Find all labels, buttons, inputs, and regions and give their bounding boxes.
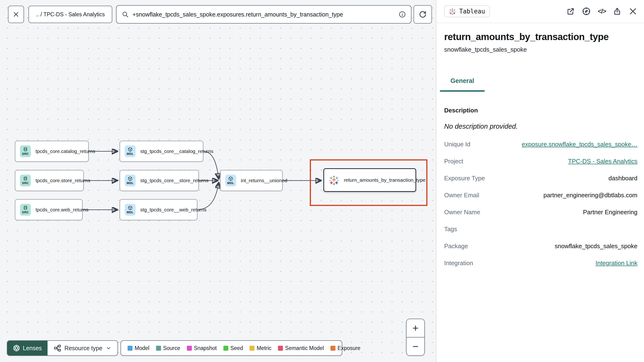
field-row-tags: Tags	[444, 226, 638, 233]
panel-header: Tableau </>	[436, 0, 644, 23]
node-source-catalog-returns[interactable]: SRC tpcds_core.catalog_returns	[15, 141, 89, 162]
share-icon[interactable]	[613, 7, 622, 16]
refresh-button[interactable]	[414, 5, 432, 24]
node-label: stg_tpcds_core__store_returns	[140, 178, 208, 183]
explore-compass-icon[interactable]	[582, 7, 591, 16]
package-subtitle: snowflake_tpcds_sales_spoke	[444, 46, 638, 53]
source-color-swatch	[156, 346, 161, 351]
database-icon	[23, 176, 28, 181]
details-panel: Tableau </> return_amounts_by_transact	[436, 0, 644, 362]
node-label: tpcds_core.store_returns	[36, 178, 90, 183]
close-lineage-button[interactable]	[8, 6, 24, 23]
integration-link[interactable]: Integration Link	[596, 259, 638, 267]
legend-item-snapshot: Snapshot	[187, 345, 217, 351]
close-panel-icon[interactable]	[628, 7, 638, 16]
semantic-model-color-swatch	[278, 346, 283, 351]
node-model-stg-web-returns[interactable]: MDL stg_tpcds_core__web_returns	[120, 199, 198, 220]
node-source-store-returns[interactable]: SRC tpcds_core.store_returns	[15, 170, 84, 191]
lineage-canvas[interactable]: SRC tpcds_core.catalog_returns SRC tpcds…	[0, 0, 436, 362]
legend-item-source: Source	[156, 345, 180, 351]
lenses-button[interactable]: Lenses	[7, 341, 48, 355]
resource-legend: Model Source Snapshot Seed Metric Semant…	[120, 340, 342, 356]
seed-color-swatch	[224, 346, 228, 351]
field-row-project: Project TPC-DS - Sales Analytics	[444, 158, 638, 165]
field-list: Unique Id exposure.snowflake_tpcds_sales…	[444, 141, 638, 267]
exposure-color-swatch	[330, 346, 336, 351]
zoom-controls: + −	[406, 319, 425, 356]
panel-tabs: General	[436, 77, 644, 92]
source-badge: SRC	[20, 145, 31, 157]
node-label: tpcds_core.web_returns	[36, 207, 88, 213]
description-value: No description provided.	[444, 123, 638, 130]
aperture-icon	[13, 344, 20, 352]
metric-color-swatch	[250, 346, 254, 351]
cube-icon	[128, 206, 132, 210]
model-badge: MDL	[225, 175, 236, 187]
node-model-stg-store-returns[interactable]: MDL stg_tpcds_core__store_returns	[120, 170, 199, 191]
cube-icon	[128, 147, 132, 152]
zoom-in-button[interactable]: +	[406, 319, 424, 337]
lineage-search	[116, 5, 412, 24]
tableau-badge: Tableau	[444, 6, 490, 17]
field-row-owner-email: Owner Email partner_engineering@dbtlabs.…	[444, 192, 638, 199]
field-row-package: Package snowflake_tpcds_sales_spoke	[444, 243, 638, 250]
node-exposure-return-amounts[interactable]: return_amounts_by_transaction_type	[324, 168, 416, 192]
project-link[interactable]: TPC-DS - Sales Analytics	[568, 158, 638, 165]
unique-id-link[interactable]: exposure.snowflake_tpcds_sales_spoke…	[522, 141, 638, 148]
node-source-web-returns[interactable]: SRC tpcds_core.web_returns	[15, 199, 82, 220]
tableau-icon	[329, 175, 339, 185]
legend-item-semantic-model: Semantic Model	[278, 345, 324, 351]
field-row-exposure-type: Exposure Type dashboard	[444, 175, 638, 182]
page-title: return_amounts_by_transaction_type	[444, 32, 638, 42]
legend-item-metric: Metric	[250, 345, 272, 351]
search-input[interactable]	[132, 11, 395, 18]
field-row-unique-id: Unique Id exposure.snowflake_tpcds_sales…	[444, 141, 638, 148]
app-root: SRC tpcds_core.catalog_returns SRC tpcds…	[0, 0, 644, 362]
node-label: return_amounts_by_transaction_type	[344, 177, 426, 183]
cube-icon	[128, 176, 132, 181]
node-model-stg-catalog-returns[interactable]: MDL stg_tpcds_core__catalog_returns	[120, 141, 203, 162]
tab-general[interactable]: General	[440, 77, 485, 92]
zoom-out-button[interactable]: −	[406, 337, 424, 355]
model-color-swatch	[128, 346, 132, 351]
tableau-icon	[449, 8, 456, 15]
refresh-icon	[419, 10, 427, 18]
chevron-down-icon	[106, 345, 111, 351]
close-icon	[13, 11, 19, 18]
field-row-owner-name: Owner Name Partner Engineering	[444, 209, 638, 216]
database-icon	[23, 206, 28, 210]
field-row-integration: Integration Integration Link	[444, 259, 638, 267]
node-label: stg_tpcds_core__web_returns	[140, 207, 206, 213]
panel-body: return_amounts_by_transaction_type snowf…	[436, 32, 644, 267]
lineage-controls: Lenses Resource type	[7, 340, 118, 356]
resource-type-dropdown[interactable]: Resource type	[48, 341, 118, 355]
legend-item-exposure: Exposure	[330, 345, 360, 351]
hierarchy-icon	[54, 344, 61, 352]
description-label: Description	[444, 107, 638, 114]
node-label: tpcds_core.catalog_returns	[36, 148, 95, 154]
legend-item-model: Model	[128, 345, 150, 351]
node-label: int_returns__unioned	[241, 178, 287, 183]
model-badge: MDL	[125, 145, 136, 157]
open-external-icon[interactable]	[566, 7, 575, 16]
source-badge: SRC	[20, 204, 31, 216]
model-badge: MDL	[125, 175, 136, 187]
code-icon[interactable]: </>	[598, 8, 606, 15]
info-icon[interactable]	[399, 11, 406, 18]
model-badge: MDL	[125, 204, 136, 216]
legend-item-seed: Seed	[224, 345, 243, 351]
snapshot-color-swatch	[187, 346, 192, 351]
search-icon	[122, 11, 129, 18]
node-label: stg_tpcds_core__catalog_returns	[140, 148, 214, 154]
source-badge: SRC	[20, 175, 31, 187]
cube-icon	[228, 176, 233, 181]
active-tab-indicator	[440, 90, 485, 92]
node-model-int-returns-unioned[interactable]: MDL int_returns__unioned	[220, 170, 283, 191]
database-icon	[23, 147, 28, 152]
breadcrumb[interactable]: .. / TPC-DS - Sales Analytics	[28, 6, 112, 23]
panel-header-actions: </>	[566, 7, 638, 16]
